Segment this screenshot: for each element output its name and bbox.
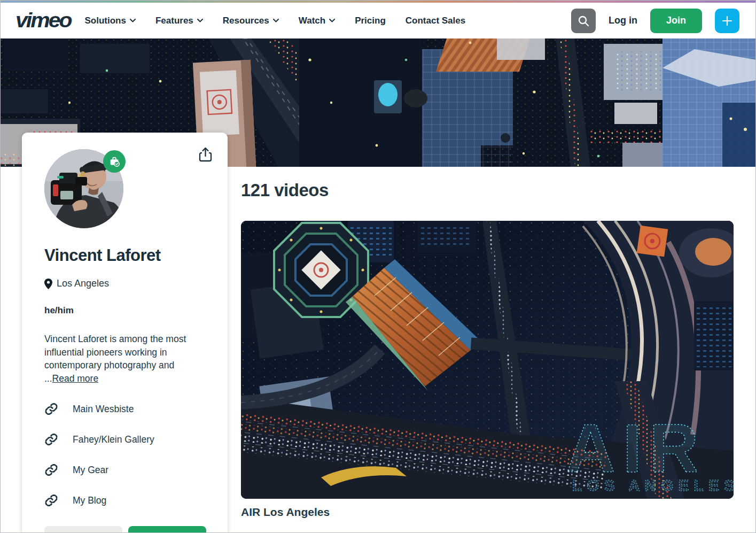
nav-item-pricing[interactable]: Pricing <box>355 16 386 26</box>
top-navbar: vimeo Solutions Features Resources Watch… <box>1 3 755 38</box>
avatar-wrap <box>44 149 123 228</box>
search-icon <box>578 15 589 27</box>
video-thumbnail-art: AIR LOS ANGELES <box>241 221 734 499</box>
bio-text: Vincent Laforet is among the most influe… <box>44 333 206 385</box>
location-text: Los Angeles <box>57 278 109 289</box>
pronouns: he/him <box>44 305 206 316</box>
share-profile-button[interactable] <box>196 144 215 166</box>
nav-item-watch[interactable]: Watch <box>299 16 335 26</box>
chain-link-icon <box>44 402 58 416</box>
log-in-link[interactable]: Log in <box>609 15 637 26</box>
map-pin-icon <box>44 279 52 289</box>
chain-link-icon <box>44 493 58 507</box>
vimeo-logo[interactable]: vimeo <box>15 8 71 33</box>
link-my-blog[interactable]: My Blog <box>44 493 206 507</box>
profile-name: Vincent Laforet <box>44 246 206 265</box>
nav-item-label: Resources <box>223 16 269 26</box>
nav-item-label: Features <box>155 16 193 26</box>
chevron-down-icon <box>273 19 279 22</box>
link-main-website[interactable]: Main Wesbiste <box>44 402 206 416</box>
link-label: Main Wesbiste <box>73 404 134 415</box>
profile-actions: Follow Message <box>44 526 206 533</box>
message-button[interactable]: Message <box>128 526 206 533</box>
nav-menu: Solutions Features Resources Watch Prici… <box>85 16 466 26</box>
nav-item-contact-sales[interactable]: Contact Sales <box>406 16 465 26</box>
vimeo-logo-text: vimeo <box>15 9 71 33</box>
nav-right-group: Log in Join <box>571 9 739 33</box>
nav-item-label: Solutions <box>85 16 126 26</box>
video-thumbnail[interactable]: AIR LOS ANGELES <box>241 221 734 499</box>
chain-link-icon <box>44 432 58 446</box>
video-card[interactable]: AIR LOS ANGELES AIR Los Angeles <box>241 221 732 519</box>
nav-item-resources[interactable]: Resources <box>223 16 279 26</box>
video-title[interactable]: AIR Los Angeles <box>241 506 732 519</box>
verified-business-badge <box>103 150 126 173</box>
search-button[interactable] <box>571 9 596 33</box>
nav-item-solutions[interactable]: Solutions <box>85 16 136 26</box>
chain-link-icon <box>44 463 58 477</box>
plus-icon <box>721 14 734 27</box>
location-row: Los Angeles <box>44 278 206 289</box>
chevron-down-icon <box>130 19 136 22</box>
follow-button[interactable]: Follow <box>44 526 122 533</box>
chevron-down-icon <box>197 19 203 22</box>
link-fahey-klein-gallery[interactable]: Fahey/Klein Gallery <box>44 432 206 446</box>
watermark-los-angeles: LOS ANGELES <box>572 476 734 494</box>
join-button[interactable]: Join <box>650 9 702 33</box>
nav-item-features[interactable]: Features <box>155 16 203 26</box>
link-label: Fahey/Klein Gallery <box>73 434 154 445</box>
nav-item-label: Contact Sales <box>406 16 465 26</box>
videos-count-heading: 121 videos <box>241 180 732 200</box>
chevron-down-icon <box>329 19 335 22</box>
create-video-button[interactable] <box>715 9 739 33</box>
share-icon <box>198 146 213 163</box>
read-more-link[interactable]: Read more <box>52 373 99 384</box>
vimeo-profile-page: vimeo Solutions Features Resources Watch… <box>0 0 756 533</box>
external-links-list: Main Wesbiste Fahey/Klein Gallery My Gea… <box>44 402 206 507</box>
link-label: My Gear <box>73 465 108 476</box>
watermark-air: AIR <box>566 410 706 486</box>
profile-card: Vincent Laforet Los Angeles he/him Vince… <box>22 133 228 533</box>
nav-item-label: Watch <box>299 16 325 26</box>
briefcase-check-icon <box>108 156 120 167</box>
nav-item-label: Pricing <box>355 16 386 26</box>
link-my-gear[interactable]: My Gear <box>44 463 206 477</box>
link-label: My Blog <box>73 495 106 506</box>
videos-section: 121 videos <box>241 167 732 519</box>
